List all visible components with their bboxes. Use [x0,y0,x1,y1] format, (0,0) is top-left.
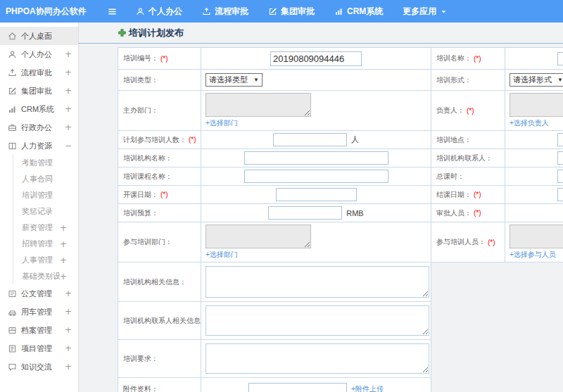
field-label: 培训预算： [123,208,158,218]
text-input[interactable] [557,151,563,165]
expander-icon[interactable]: + [65,86,72,96]
sidebar-sub-item[interactable]: 人事管理+ [13,252,78,268]
sidebar-sub-item[interactable]: 人事合同 [13,171,78,187]
form-row: 培训类型：请选择类型▼ [118,69,431,91]
form-row: 主办部门：+选择部门 [118,90,431,131]
nav-item-3[interactable]: 集团审批 [268,6,315,18]
picker-link[interactable]: +选择负责人 [510,118,563,128]
nav-item-5[interactable]: 更多应用 [403,6,448,18]
text-input[interactable] [268,206,342,220]
text-input[interactable] [244,170,388,183]
expander-icon[interactable]: + [65,325,72,335]
field-label: 培训机构相关信息： [123,277,186,287]
field-label-cell: 计划参与培训人数：(*) [118,131,201,148]
nav-item-1[interactable]: 个人办公 [136,6,182,18]
required-mark: (*) [474,55,481,63]
expander-icon[interactable]: + [65,122,72,132]
expander-icon[interactable]: + [65,68,72,77]
sidebar-item[interactable]: 流程审批+ [0,63,78,82]
picker-textarea[interactable] [510,93,563,117]
sidebar-item[interactable]: 档案管理+ [0,321,78,339]
form-row: 结课日期：(*) [431,185,563,204]
page-title-bar: 培训计划发布 [79,23,563,44]
sidebar-item[interactable]: CRM系统+ [0,100,78,118]
sidebar-item[interactable]: 项目管理+ [0,339,78,358]
nav-item-4[interactable]: CRM系统 [334,6,383,18]
sidebar-sub-item-label: 考勤管理 [22,158,67,168]
expander-icon[interactable]: + [65,104,72,114]
sidebar-item[interactable]: 个人办公+ [0,45,78,63]
sidebar-item[interactable]: 个人桌面 [0,27,78,45]
hr-icon [7,141,17,151]
picker-link[interactable]: +选择部门 [205,118,426,128]
sidebar-item[interactable]: 知识交流+ [0,358,78,376]
sidebar-item[interactable]: 集团审批+ [0,82,78,100]
picker-link[interactable]: +附件上传 [351,384,384,392]
expander-icon[interactable]: + [65,362,72,372]
sidebar-item-label: 知识交流 [21,362,65,372]
text-input[interactable] [557,52,563,65]
text-input[interactable] [557,188,563,201]
expander-icon[interactable]: + [65,343,72,353]
sidebar-item[interactable]: 公文管理+ [0,284,78,303]
info-textarea[interactable] [205,343,429,374]
expander-icon[interactable]: + [65,49,72,59]
field-cell: RMB [201,204,431,222]
sidebar-item[interactable]: 人力资源− [0,137,78,155]
field-cell [201,263,431,301]
field-suffix-label: 人 [351,134,359,145]
text-input[interactable] [557,170,563,183]
field-label-cell: 培训要求： [118,340,201,377]
field-suffix-label: RMB [346,209,363,217]
picker-textarea[interactable] [205,93,311,117]
sidebar-item[interactable]: 行政办公+ [0,118,78,137]
caret-down-icon: ▼ [557,77,563,83]
field-cell: +选择参与人员 [505,222,563,262]
expander-icon[interactable]: + [65,307,72,317]
field-cell [201,340,431,377]
expander-icon[interactable]: − [65,141,72,151]
hamburger-menu-button[interactable] [107,6,118,17]
expander-icon[interactable]: + [60,223,67,233]
field-label-cell: 培训编号：(*) [118,48,201,69]
app-logo: PHPOA协同办公软件 [0,6,79,18]
sidebar-item-label: 档案管理 [21,325,65,336]
info-textarea[interactable] [205,305,429,336]
sidebar-sub-item[interactable]: 招聘管理+ [13,236,78,252]
form-row: 开课日期：(*) [118,185,431,204]
sidebar-sub-item[interactable]: 培训管理 [13,187,78,203]
field-cell: 请选择类型▼ [201,70,431,90]
field-label-cell: 参与培训部门： [118,222,201,262]
field-label: 主办部门： [123,106,158,115]
expander-icon[interactable]: + [60,272,67,282]
sidebar-sub-item[interactable]: 薪资管理+ [13,220,78,236]
sidebar-sub-item[interactable]: 考勤管理 [13,155,78,171]
sidebar-sub-item[interactable]: 基础类别设置+ [13,268,78,284]
picker-link[interactable]: +选择部门 [205,250,426,260]
sidebar-sub-item-label: 薪资管理 [22,222,60,233]
sidebar-item[interactable]: 用车管理+ [0,303,78,321]
field-label-cell: 培训地点： [431,131,505,148]
text-input[interactable] [557,133,563,146]
field-cell: +附件上传 [201,378,431,392]
expander-icon[interactable]: + [65,289,72,298]
sidebar-sub-item[interactable]: 奖惩记录 [13,203,78,220]
text-input[interactable] [270,51,362,66]
nav-item-2[interactable]: 流程审批 [202,6,248,18]
picker-textarea[interactable] [510,225,563,248]
select-dropdown[interactable]: 请选择形式▼ [510,73,563,87]
select-dropdown[interactable]: 请选择类型▼ [205,73,262,87]
info-textarea[interactable] [205,266,429,298]
field-label: 开课日期： [123,190,158,200]
expander-icon[interactable]: + [60,239,67,249]
sidebar-sub-item-label: 招聘管理 [22,239,60,249]
picker-link[interactable]: +选择参与人员 [510,250,563,260]
text-input[interactable] [248,383,347,392]
required-mark: (*) [474,191,481,198]
picker-textarea[interactable] [205,225,311,248]
field-label-cell: 负责人：(*) [431,91,505,130]
text-input[interactable] [244,151,388,165]
expander-icon[interactable]: + [60,255,67,265]
text-input[interactable] [276,188,357,201]
text-input[interactable] [273,133,347,146]
